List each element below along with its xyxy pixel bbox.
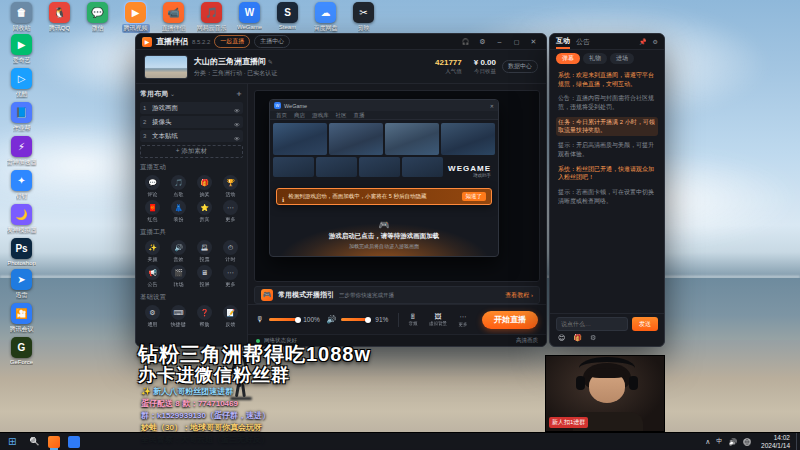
sidebar-tool[interactable]: 🧧 红包 bbox=[140, 200, 165, 223]
desktop-icon[interactable]: G GeForce bbox=[4, 337, 39, 365]
mic-slider[interactable] bbox=[269, 318, 298, 321]
layout-section-header[interactable]: 常用布局 ＋ bbox=[140, 88, 243, 99]
room-title[interactable]: 大山的三角洲直播间 bbox=[194, 56, 277, 67]
scene-item[interactable]: 3 文本贴纸 bbox=[140, 130, 243, 142]
input-language-icon[interactable] bbox=[716, 437, 723, 446]
emoji-icon[interactable] bbox=[558, 334, 565, 342]
game-close-icon[interactable] bbox=[490, 103, 494, 109]
sidebar-tool[interactable]: 👗 装扮 bbox=[166, 200, 191, 223]
stream-cover-thumbnail[interactable] bbox=[144, 55, 188, 79]
scene-item[interactable]: 2 摄像头 bbox=[140, 116, 243, 128]
desktop-icon[interactable]: 📘 作业帮 bbox=[4, 102, 39, 133]
sidebar-tool[interactable]: 📢 公告 bbox=[140, 265, 165, 288]
send-button[interactable]: 发送 bbox=[632, 317, 658, 331]
desktop-icon[interactable]: ⚡ 雷神加速器 bbox=[4, 136, 39, 167]
desktop-icon[interactable]: ✂ 剪映 bbox=[346, 2, 381, 33]
sidebar-tool[interactable]: ⌨ 快捷键 bbox=[166, 305, 191, 328]
sidebar-tool[interactable]: ⋯ 更多 bbox=[218, 265, 243, 288]
game-screenshot[interactable] bbox=[273, 157, 314, 177]
sidebar-tool[interactable]: 🖥 投屏 bbox=[192, 265, 217, 288]
network-icon[interactable] bbox=[743, 438, 751, 446]
desktop-icon[interactable]: ▶ 爱奇艺 bbox=[4, 34, 39, 65]
join-live-button[interactable]: 一起直播 bbox=[214, 35, 250, 48]
game-tab[interactable]: 游戏库 bbox=[312, 112, 329, 119]
desktop-icon[interactable]: 🎵 网易云音乐 bbox=[194, 2, 229, 33]
desktop-icon[interactable]: ➤ 迅雷 bbox=[4, 269, 39, 300]
game-tab[interactable]: 商店 bbox=[294, 112, 305, 119]
game-screenshot[interactable] bbox=[329, 123, 383, 155]
chat-settings-icon[interactable] bbox=[590, 334, 596, 342]
sidebar-tool[interactable]: ❓ 帮助 bbox=[192, 305, 217, 328]
desktop-icon[interactable]: ✦ 钉钉 bbox=[4, 170, 39, 201]
game-screenshot[interactable] bbox=[316, 157, 357, 177]
sidebar-tool[interactable]: ⭐ 贵宾 bbox=[192, 200, 217, 223]
desktop-icon[interactable]: S Steam bbox=[270, 2, 305, 33]
filter-pill[interactable]: 礼物 bbox=[583, 53, 607, 64]
anchor-center-button[interactable]: 主播中心 bbox=[254, 35, 290, 48]
start-streaming-button[interactable]: 开始直播 bbox=[482, 311, 538, 329]
desktop-icon[interactable]: 🐧 腾讯QQ bbox=[42, 2, 77, 33]
start-button[interactable] bbox=[0, 433, 24, 450]
settings-icon[interactable] bbox=[476, 35, 489, 48]
sidebar-tool[interactable]: 🎵 点歌 bbox=[166, 175, 191, 198]
filter-pill[interactable]: 进场 bbox=[610, 53, 634, 64]
scene-item[interactable]: 1 游戏画面 bbox=[140, 102, 243, 114]
volume-icon[interactable] bbox=[729, 438, 737, 446]
taskbar-clock[interactable]: 14:02 2024/1/14 bbox=[755, 434, 796, 450]
toolbar-tool-button[interactable]: 🎚 音频 bbox=[404, 313, 422, 327]
sidebar-tool[interactable]: ✨ 美颜 bbox=[140, 240, 165, 263]
sidebar-tool[interactable]: ⚙ 通用 bbox=[140, 305, 165, 328]
add-source-button[interactable]: + 添加素材 bbox=[140, 145, 243, 158]
tray-expand-icon[interactable] bbox=[705, 438, 710, 446]
game-tab[interactable]: 直播 bbox=[354, 112, 365, 119]
message-list[interactable]: 系统：欢迎来到直播间，请遵守平台规范，绿色直播，文明互动。 公告：直播内容与封面… bbox=[550, 67, 664, 313]
minimize-icon[interactable] bbox=[493, 35, 506, 48]
maximize-icon[interactable] bbox=[510, 35, 523, 48]
sidebar-tool[interactable]: 🔊 音效 bbox=[166, 240, 191, 263]
tab-interaction[interactable]: 互动 bbox=[556, 34, 570, 49]
tab-announcement[interactable]: 公告 bbox=[576, 34, 590, 49]
guide-tutorial-link[interactable]: 查看教程 › bbox=[505, 291, 533, 300]
filter-pill[interactable]: 弹幕 bbox=[556, 53, 580, 64]
pin-icon[interactable]: 📌 bbox=[639, 38, 647, 45]
taskbar-app-companion[interactable] bbox=[48, 436, 60, 448]
toolbar-tool-button[interactable]: ⋯ 更多 bbox=[454, 313, 472, 327]
sidebar-tool[interactable]: ⏱ 计时 bbox=[218, 240, 243, 263]
toolbar-tool-button[interactable]: 🖼 虚拟背景 bbox=[428, 313, 448, 327]
game-screenshot[interactable] bbox=[402, 157, 443, 177]
desktop-icon[interactable]: 🗑 回收站 bbox=[4, 2, 39, 33]
desktop-icon[interactable]: 💬 微信 bbox=[80, 2, 115, 33]
toast-confirm-button[interactable]: 知道了 bbox=[462, 192, 487, 201]
mic-icon[interactable] bbox=[256, 315, 264, 324]
sidebar-tool[interactable]: 🎁 抽奖 bbox=[192, 175, 217, 198]
desktop-icon[interactable]: 🎦 腾讯会议 bbox=[4, 303, 39, 334]
game-screenshot[interactable] bbox=[359, 157, 400, 177]
desktop-icon[interactable]: Ps Photoshop bbox=[4, 238, 39, 266]
desktop-icon[interactable]: ▷ 优酷 bbox=[4, 68, 39, 99]
panel-settings-icon[interactable]: ⚙ bbox=[653, 38, 658, 45]
speaker-slider[interactable] bbox=[341, 318, 370, 321]
sidebar-tool[interactable]: 🎬 转场 bbox=[166, 265, 191, 288]
gift-icon[interactable] bbox=[573, 334, 582, 342]
support-icon[interactable] bbox=[459, 35, 472, 48]
live-preview-area[interactable]: W WeGame 首页商店游戏库社区直播 bbox=[254, 90, 540, 282]
desktop-icon[interactable]: 🌙 夜神模拟器 bbox=[4, 204, 39, 235]
sidebar-tool[interactable]: 💬 评论 bbox=[140, 175, 165, 198]
game-screenshot[interactable] bbox=[273, 123, 327, 155]
guide-banner[interactable]: 🎮 常用模式开播指引 三步带你快速完成开播 查看教程 › bbox=[254, 286, 540, 304]
sidebar-tool[interactable]: 🏆 活动 bbox=[218, 175, 243, 198]
game-screenshot[interactable] bbox=[441, 123, 495, 155]
add-scene-icon[interactable]: ＋ bbox=[235, 88, 243, 99]
game-tab[interactable]: 社区 bbox=[336, 112, 347, 119]
game-tab[interactable]: 首页 bbox=[276, 112, 287, 119]
sidebar-tool[interactable]: ⋯ 更多 bbox=[218, 200, 243, 223]
speaker-icon[interactable] bbox=[326, 315, 336, 324]
eye-icon[interactable] bbox=[234, 127, 240, 145]
show-desktop-button[interactable] bbox=[796, 433, 800, 450]
sidebar-tool[interactable]: 📝 反馈 bbox=[218, 305, 243, 328]
message-input[interactable] bbox=[556, 317, 628, 331]
desktop-icon[interactable]: ☁ 百度网盘 bbox=[308, 2, 343, 33]
desktop-icon[interactable]: W WeGame bbox=[232, 2, 267, 33]
data-center-button[interactable]: 数据中心 bbox=[502, 60, 538, 73]
desktop-icon[interactable]: 📹 直播伴侣 bbox=[156, 2, 191, 33]
